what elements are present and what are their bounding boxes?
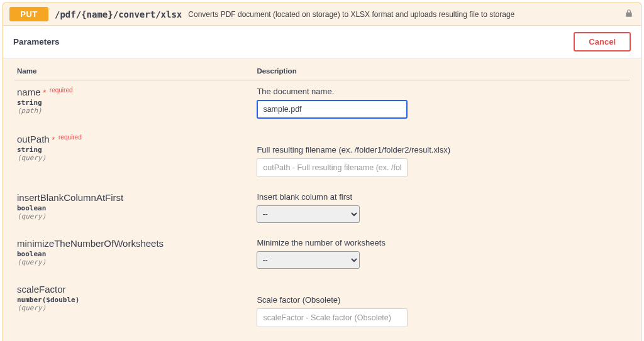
param-desc-cell: Insert blank column at first-- (254, 186, 630, 232)
param-name-cell: name * requiredstring(path) (14, 80, 254, 128)
param-name-cell: uniformWorksheetsboolean(query) (14, 336, 254, 341)
parameters-bar: Parameters Cancel (3, 26, 641, 58)
col-header-name: Name (14, 61, 254, 80)
param-name: insertBlankColumnAtFirst (17, 192, 123, 203)
param-select[interactable]: -- (257, 251, 360, 269)
param-desc-cell: The document name. (254, 80, 630, 128)
param-name-cell: insertBlankColumnAtFirstboolean(query) (14, 186, 254, 232)
param-select[interactable]: -- (257, 205, 360, 223)
operation-block: PUT /pdf/{name}/convert/xlsx Converts PD… (3, 3, 641, 341)
param-row: name * requiredstring(path)The document … (14, 80, 630, 128)
param-row: minimizeTheNumberOfWorksheetsboolean(que… (14, 232, 630, 278)
param-desc-cell: Minimize the number of worksheets-- (254, 232, 630, 278)
param-type: boolean (17, 204, 252, 212)
param-in: (query) (17, 212, 252, 220)
param-desc-cell: Uniform worksheets-- (254, 336, 630, 341)
param-name: name (17, 87, 41, 97)
required-label: required (50, 87, 73, 94)
http-method-badge: PUT (9, 7, 48, 21)
param-in: (query) (17, 258, 252, 266)
param-name: outPath (17, 134, 50, 144)
param-type: string (17, 146, 252, 154)
param-type: number($double) (17, 296, 252, 304)
param-name-cell: outPath * requiredstring(query) (14, 127, 254, 186)
col-header-description: Description (254, 61, 630, 80)
required-star: * (41, 88, 48, 97)
param-in: (query) (17, 154, 252, 162)
parameters-table-wrapper: Name Description name * requiredstring(p… (3, 58, 641, 341)
param-text-input[interactable] (257, 308, 408, 327)
param-description: Full resulting filename (ex. /folder1/fo… (257, 145, 627, 154)
param-description: Scale factor (Obsolete) (257, 295, 627, 305)
param-description: Minimize the number of worksheets (257, 238, 627, 247)
param-type: boolean (17, 250, 252, 258)
param-row: scaleFactornumber($double)(query)Scale f… (14, 278, 630, 336)
param-row: insertBlankColumnAtFirstboolean(query)In… (14, 186, 630, 232)
param-desc-cell: Scale factor (Obsolete) (254, 278, 630, 336)
param-in: (path) (17, 107, 252, 115)
param-name: scaleFactor (17, 284, 66, 295)
param-name-cell: minimizeTheNumberOfWorksheetsboolean(que… (14, 232, 254, 278)
param-in: (query) (17, 304, 252, 312)
parameters-table: Name Description name * requiredstring(p… (14, 61, 630, 341)
param-description: Insert blank column at first (257, 192, 627, 202)
param-description: The document name. (257, 87, 627, 96)
param-row: uniformWorksheetsboolean(query)Uniform w… (14, 336, 630, 341)
param-row: outPath * requiredstring(query)Full resu… (14, 127, 630, 186)
lock-icon[interactable] (625, 9, 633, 19)
operation-header[interactable]: PUT /pdf/{name}/convert/xlsx Converts PD… (3, 3, 641, 26)
param-name-cell: scaleFactornumber($double)(query) (14, 278, 254, 336)
parameters-title: Parameters (13, 37, 60, 46)
param-desc-cell: Full resulting filename (ex. /folder1/fo… (254, 127, 630, 186)
operation-path: /pdf/{name}/convert/xlsx (55, 9, 182, 19)
required-label: required (58, 134, 82, 141)
param-name: minimizeTheNumberOfWorksheets (17, 238, 164, 249)
param-text-input[interactable] (257, 100, 408, 119)
param-type: string (17, 99, 252, 107)
cancel-button[interactable]: Cancel (574, 32, 631, 51)
param-text-input[interactable] (257, 158, 408, 177)
operation-summary: Converts PDF document (located on storag… (188, 10, 514, 19)
required-star: * (50, 135, 57, 144)
